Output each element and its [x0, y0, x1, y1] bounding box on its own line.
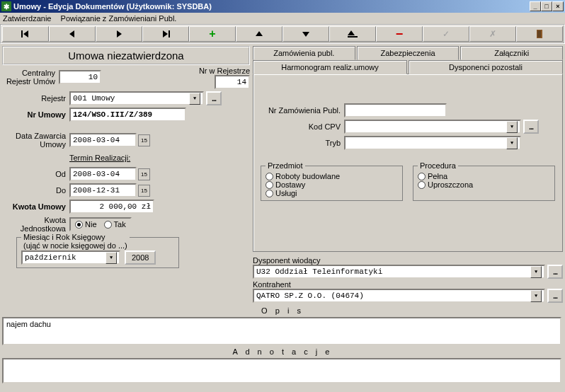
radio-uslugi[interactable]: Usługi	[266, 189, 398, 197]
minimize-button[interactable]: _	[530, 1, 541, 11]
confirm-button: ✓	[423, 26, 469, 42]
add-button[interactable]: +	[189, 26, 236, 42]
right-panel: Zamówienia publ. Zabezpieczenia Załączni…	[253, 46, 563, 303]
move-up-button[interactable]	[236, 26, 282, 42]
kwota-input[interactable]	[69, 200, 154, 214]
svg-rect-5	[169, 30, 170, 38]
miesiac-combo[interactable]: październik▼	[21, 250, 120, 265]
move-down-button[interactable]	[282, 26, 329, 42]
svg-marker-3	[117, 30, 122, 38]
dropdown-icon[interactable]: ▼	[189, 93, 200, 105]
tryb-combo[interactable]: ▼	[344, 136, 521, 150]
dysp-browse-button[interactable]: ...	[547, 265, 563, 279]
nav-last-button[interactable]	[142, 26, 189, 42]
tab-row-1: Zamówienia publ. Zabezpieczenia Załączni…	[253, 46, 563, 60]
svg-marker-1	[23, 30, 28, 38]
kodcpv-browse-button[interactable]: ...	[523, 120, 539, 134]
nrumowy-label: Nr Umowy	[2, 110, 69, 119]
kontr-browse-button[interactable]: ...	[547, 289, 563, 303]
toolbar: + − ✓ ✗	[0, 24, 565, 44]
svg-rect-0	[21, 30, 23, 38]
svg-rect-11	[537, 30, 541, 38]
svg-marker-2	[69, 30, 74, 38]
central-label: Centralny Rejestr Umów	[2, 69, 59, 86]
tab-dysponenci[interactable]: Dysponenci pozostali	[409, 60, 563, 74]
central-input[interactable]	[59, 70, 101, 84]
kwotaj-label: Kwota Jednostkowa	[2, 216, 69, 233]
nrumowy-input[interactable]	[69, 108, 186, 122]
procedura-legend: Procedura	[418, 161, 458, 170]
svg-marker-6	[256, 31, 263, 36]
radio-dostawy[interactable]: Dostawy	[266, 180, 398, 189]
do-label: Do	[2, 186, 69, 195]
nrzam-input[interactable]	[344, 103, 447, 117]
opis-label: O p i s	[0, 305, 565, 316]
dysp-label: Dysponent wiodący	[253, 256, 563, 265]
dropdown-icon[interactable]: ▼	[105, 252, 117, 264]
od-label: Od	[2, 170, 69, 178]
kwotaj-radio-group: Nie Tak	[69, 217, 132, 231]
kontr-label: Kontrahent	[253, 280, 563, 289]
edit-button[interactable]	[329, 26, 376, 42]
tab-harmonogram[interactable]: Harmonogram realiz.umowy	[253, 60, 407, 74]
radio-tak[interactable]: Tak	[104, 220, 126, 229]
menu-zatwierdzanie[interactable]: Zatwierdzanie	[3, 14, 51, 23]
radio-roboty[interactable]: Roboty budowlane	[266, 172, 398, 180]
adnotacje-textarea[interactable]	[2, 358, 561, 384]
nav-prev-button[interactable]	[49, 26, 96, 42]
kwota-label: Kwota Umowy	[2, 202, 69, 211]
dropdown-icon[interactable]: ▼	[506, 137, 518, 149]
svg-marker-4	[163, 30, 168, 38]
panel-title: Umowa niezatwierdzona	[2, 46, 250, 65]
datazaw-input[interactable]	[69, 133, 137, 147]
dropdown-icon[interactable]: ▼	[530, 290, 542, 302]
dysp-combo[interactable]: U32 Oddział Teleinformatyki▼	[253, 265, 545, 279]
nav-next-button[interactable]	[96, 26, 142, 42]
svg-marker-8	[348, 30, 355, 35]
app-icon: ✱	[1, 1, 11, 11]
rejestr-label: Rejestr	[2, 94, 69, 103]
window-title: Umowy - Edycja Dokumentów (Użytkownik: S…	[13, 2, 212, 11]
kodcpv-combo[interactable]: ▼	[344, 120, 521, 134]
opis-textarea[interactable]: najem dachu	[2, 317, 561, 345]
exit-button[interactable]	[516, 26, 563, 42]
rejestr-combo[interactable]: 001 Umowy▼	[69, 91, 204, 105]
adnotacje-label: A d n o t a c j e	[0, 346, 565, 357]
tab-zamowienia[interactable]: Zamówienia publ.	[253, 46, 355, 60]
left-panel: Umowa niezatwierdzona Centralny Rejestr …	[2, 46, 250, 303]
dropdown-icon[interactable]: ▼	[530, 266, 542, 278]
rok-button[interactable]: 2008	[125, 250, 156, 265]
calendar-icon[interactable]: 15	[138, 168, 150, 180]
close-button[interactable]: ×	[552, 1, 564, 11]
od-input[interactable]	[69, 167, 137, 181]
tab-zalaczniki[interactable]: Załączniki	[460, 46, 563, 60]
przedmiot-legend: Przedmiot	[266, 161, 305, 170]
datazaw-label: Data Zawarcia Umowy	[2, 132, 69, 149]
svg-rect-9	[348, 36, 358, 38]
rejestr-browse-button[interactable]: ...	[206, 91, 222, 105]
tryb-label: Tryb	[259, 139, 344, 147]
nav-first-button[interactable]	[2, 26, 49, 42]
kodcpv-label: Kod CPV	[259, 122, 344, 131]
nrzam-label: Nr Zamówienia Publ.	[259, 106, 344, 115]
calendar-icon[interactable]: 15	[138, 134, 150, 146]
title-bar: ✱ Umowy - Edycja Dokumentów (Użytkownik:…	[0, 0, 565, 13]
tab-body: Nr Zamówienia Publ. Kod CPV ▼ ... Tryb ▼…	[253, 74, 563, 252]
nrw-input[interactable]	[215, 75, 250, 89]
cancel-button: ✗	[469, 26, 516, 42]
menu-bar: Zatwierdzanie Powiązanie z Zamówieniani …	[0, 13, 565, 24]
dropdown-icon[interactable]: ▼	[506, 121, 518, 133]
radio-nie[interactable]: Nie	[75, 220, 97, 229]
delete-button[interactable]: −	[376, 26, 423, 42]
radio-pelna[interactable]: Pełna	[418, 172, 550, 180]
do-input[interactable]	[69, 183, 137, 197]
radio-uproszczona[interactable]: Uproszczona	[418, 180, 550, 189]
calendar-icon[interactable]: 15	[138, 185, 150, 197]
svg-marker-7	[302, 32, 309, 37]
kontr-combo[interactable]: QATRO SP.Z O.O. (04674)▼	[253, 289, 545, 303]
menu-powiazanie[interactable]: Powiązanie z Zamówieniani Publ.	[61, 14, 177, 23]
maximize-button[interactable]: □	[541, 1, 552, 11]
tab-zabezpieczenia[interactable]: Zabezpieczenia	[357, 46, 460, 60]
termin-label: Termin Realizacji:	[69, 154, 130, 162]
nrw-label: Nr w Rejestrze	[199, 67, 250, 75]
